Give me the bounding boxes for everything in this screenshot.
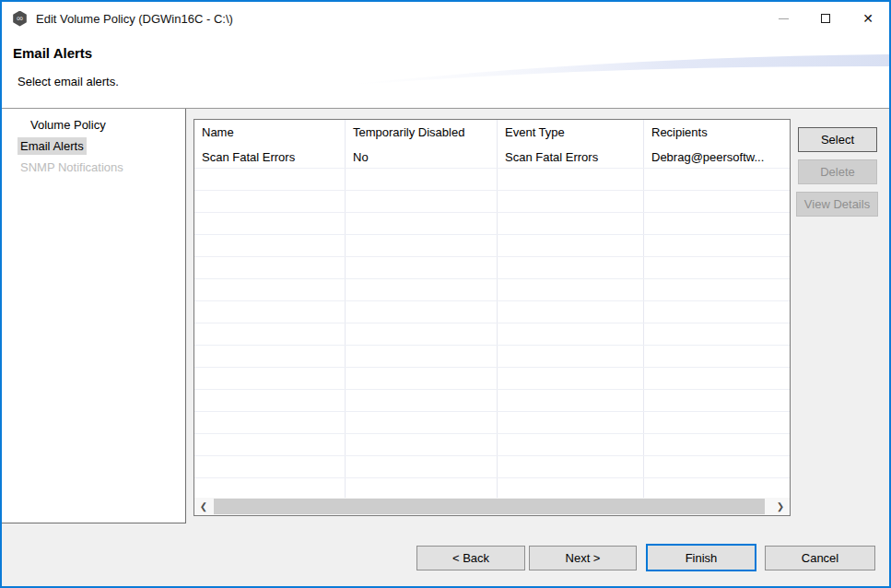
page-title: Email Alerts — [13, 45, 92, 61]
table-header-row: Name Temporarily Disabled Event Type Rec… — [194, 120, 790, 147]
email-alerts-table: Name Temporarily Disabled Event Type Rec… — [193, 119, 791, 516]
table-empty-row — [194, 390, 790, 412]
table-empty-row — [194, 213, 790, 235]
window-controls: ✕ — [762, 2, 889, 35]
table-empty-row — [194, 279, 790, 301]
table-empty-row — [194, 257, 790, 279]
cancel-button[interactable]: Cancel — [765, 546, 875, 570]
back-button[interactable]: < Back — [416, 546, 525, 570]
table-empty-row — [194, 191, 790, 213]
scroll-left-icon[interactable]: ❮ — [194, 501, 213, 512]
table-empty-row — [194, 346, 790, 368]
column-header-event-type[interactable]: Event Type — [498, 120, 644, 147]
edit-volume-policy-dialog: ∞ Edit Volume Policy (DGWin16C - C:\) ✕ … — [0, 0, 891, 588]
maximize-icon — [821, 14, 830, 23]
next-button[interactable]: Next > — [529, 546, 637, 570]
wizard-steps-sidebar: Volume Policy Email Alerts SNMP Notifica… — [2, 109, 186, 523]
header: Email Alerts Select email alerts. — [2, 35, 889, 108]
minimize-button[interactable] — [762, 2, 804, 35]
column-header-name[interactable]: Name — [194, 120, 346, 147]
cell-name: Scan Fatal Errors — [194, 147, 346, 168]
sidebar-item-email-alerts[interactable]: Email Alerts — [2, 135, 185, 157]
cell-recipients: Debrag@peersoftw... — [644, 147, 790, 168]
view-details-button[interactable]: View Details — [796, 192, 878, 217]
app-icon: ∞ — [12, 11, 28, 27]
table-empty-row — [194, 169, 790, 191]
sidebar-item-snmp-notifications[interactable]: SNMP Notifications — [2, 157, 185, 178]
cell-temporarily-disabled: No — [346, 147, 498, 168]
select-button[interactable]: Select — [798, 127, 877, 152]
maximize-button[interactable] — [804, 2, 847, 35]
scrollbar-thumb[interactable] — [214, 499, 765, 514]
close-icon: ✕ — [862, 12, 873, 25]
sidebar-item-label: Email Alerts — [18, 137, 87, 155]
table-empty-row — [194, 368, 790, 390]
sidebar-item-label: SNMP Notifications — [18, 159, 126, 176]
table-row[interactable]: Scan Fatal Errors No Scan Fatal Errors D… — [194, 147, 790, 169]
page-subtitle: Select email alerts. — [18, 75, 119, 88]
table-empty-row — [194, 478, 790, 498]
table-empty-rows — [194, 169, 790, 498]
sidebar-item-label: Volume Policy — [28, 116, 109, 134]
column-header-temporarily-disabled[interactable]: Temporarily Disabled — [346, 120, 498, 147]
table-empty-row — [194, 456, 790, 478]
table-grid: Name Temporarily Disabled Event Type Rec… — [194, 120, 790, 498]
table-empty-row — [194, 434, 790, 456]
scroll-right-icon[interactable]: ❯ — [771, 501, 790, 512]
finish-button[interactable]: Finish — [646, 544, 756, 571]
table-empty-row — [194, 412, 790, 434]
close-button[interactable]: ✕ — [847, 2, 889, 35]
table-empty-row — [194, 301, 790, 323]
horizontal-scrollbar[interactable]: ❮ ❯ — [194, 498, 790, 515]
minimize-icon — [779, 18, 789, 19]
table-empty-row — [194, 323, 790, 346]
table-empty-row — [194, 235, 790, 257]
column-header-recipients[interactable]: Recipients — [644, 120, 790, 147]
header-swoosh-decoration — [344, 53, 889, 94]
sidebar-item-volume-policy[interactable]: Volume Policy — [2, 114, 185, 135]
cell-event-type: Scan Fatal Errors — [498, 147, 644, 168]
delete-button[interactable]: Delete — [798, 159, 877, 184]
title-bar: ∞ Edit Volume Policy (DGWin16C - C:\) ✕ — [2, 2, 889, 35]
window-title: Edit Volume Policy (DGWin16C - C:\) — [36, 12, 233, 26]
